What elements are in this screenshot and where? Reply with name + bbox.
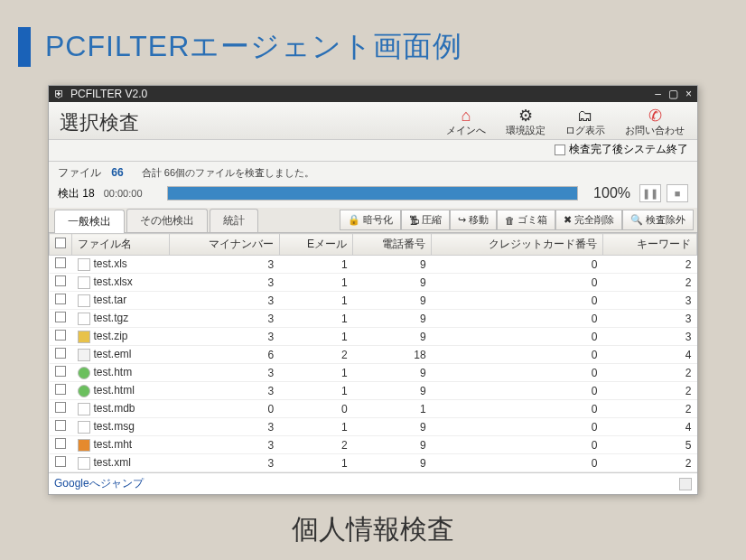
exclude-icon: 🔍	[630, 214, 643, 226]
file-icon	[78, 349, 90, 361]
cell: 1	[279, 274, 352, 292]
row-checkbox[interactable]	[55, 384, 66, 395]
detect-count-label: 検出	[58, 187, 79, 200]
cell: 1	[279, 256, 352, 274]
table-row[interactable]: test.html31902	[50, 382, 697, 400]
file-name: test.xml	[94, 456, 131, 469]
delete-action-button[interactable]: ✖完全削除	[555, 210, 622, 230]
cell: 0	[432, 310, 603, 328]
cell: 0	[279, 400, 352, 418]
file-name: test.eml	[94, 348, 132, 360]
table-row[interactable]: test.htm31902	[50, 364, 697, 382]
col-filename[interactable]: ファイル名	[72, 234, 170, 256]
cell: 2	[279, 346, 352, 364]
env-icon: ⚙	[518, 107, 533, 124]
table-row[interactable]: test.xml31902	[50, 454, 697, 472]
shutdown-after-scan-checkbox[interactable]	[555, 145, 565, 155]
table-row[interactable]: test.msg31904	[50, 418, 697, 436]
cell: 3	[170, 328, 279, 346]
delete-label: 完全削除	[574, 213, 614, 227]
move-action-button[interactable]: ↪移動	[450, 210, 497, 230]
file-name: test.mdb	[94, 402, 135, 415]
progress-bar	[167, 186, 578, 201]
cell: 0	[432, 454, 603, 472]
cell: 0	[432, 436, 603, 454]
tab-general[interactable]: 一般検出	[54, 210, 125, 233]
move-label: 移動	[469, 213, 489, 227]
cell: 0	[432, 292, 603, 310]
row-checkbox[interactable]	[55, 275, 66, 286]
pause-button[interactable]: ❚❚	[639, 184, 661, 202]
env-toolbar-button[interactable]: ⚙環境設定	[502, 106, 549, 139]
file-icon	[78, 367, 90, 379]
row-checkbox[interactable]	[55, 438, 66, 449]
encrypt-label: 暗号化	[363, 213, 393, 227]
log-label: ログ表示	[565, 124, 605, 137]
cell: 2	[602, 400, 696, 418]
main-toolbar-button[interactable]: ⌂メインへ	[443, 106, 490, 139]
file-icon	[78, 276, 90, 289]
shutdown-after-scan-label: 検査完了後システム終了	[569, 142, 688, 157]
cell: 1	[279, 328, 352, 346]
trash-action-button[interactable]: 🗑ゴミ箱	[497, 210, 555, 230]
row-checkbox[interactable]	[55, 420, 66, 431]
cell: 2	[279, 436, 352, 454]
progress-bar-fill	[168, 187, 577, 200]
main-label: メインへ	[446, 124, 486, 137]
select-all-checkbox[interactable]	[55, 238, 66, 248]
row-checkbox[interactable]	[55, 294, 66, 304]
file-icon	[78, 457, 90, 470]
tab-stat[interactable]: 統計	[210, 209, 258, 232]
table-row[interactable]: test.xls31902	[50, 256, 697, 274]
col-phone[interactable]: 電話番号	[353, 234, 432, 256]
col-email[interactable]: Eメール	[279, 234, 352, 256]
tab-other[interactable]: その他検出	[126, 209, 208, 232]
maximize-button[interactable]: ▢	[668, 88, 678, 100]
file-icon	[78, 403, 90, 415]
minimize-button[interactable]: –	[655, 88, 661, 100]
env-label: 環境設定	[506, 124, 546, 137]
table-row[interactable]: test.tgz31903	[50, 310, 697, 328]
log-toolbar-button[interactable]: 🗂ログ表示	[562, 106, 609, 139]
elapsed-time: 00:00:00	[104, 188, 158, 199]
table-row[interactable]: test.mht32905	[50, 436, 697, 454]
cell: 3	[602, 310, 696, 328]
exclude-action-button[interactable]: 🔍検査除外	[622, 210, 694, 230]
google-jump-link[interactable]: Googleへジャンプ	[54, 476, 144, 491]
row-checkbox[interactable]	[55, 366, 66, 377]
inq-label: お問い合わせ	[625, 124, 685, 137]
cell: 0	[432, 274, 603, 292]
row-checkbox[interactable]	[55, 348, 66, 359]
cell: 0	[432, 400, 603, 418]
file-name: test.xls	[94, 257, 127, 270]
row-checkbox[interactable]	[55, 402, 66, 413]
stop-button[interactable]: ■	[667, 184, 688, 202]
cell: 0	[432, 346, 603, 364]
cell: 0	[432, 328, 603, 346]
row-checkbox[interactable]	[55, 257, 66, 268]
table-row[interactable]: test.zip31903	[50, 328, 697, 346]
cell: 9	[353, 418, 432, 436]
cell: 0	[432, 382, 603, 400]
row-checkbox[interactable]	[55, 312, 66, 322]
close-button[interactable]: ×	[685, 88, 692, 100]
compress-label: 圧縮	[422, 213, 442, 227]
table-row[interactable]: test.mdb00102	[50, 400, 697, 418]
window-titlebar[interactable]: ⛨ PCFILTER V2.0 – ▢ ×	[49, 86, 697, 102]
row-checkbox[interactable]	[55, 456, 66, 467]
file-name: test.tar	[94, 294, 127, 306]
window-title: PCFILTER V2.0	[70, 88, 147, 100]
col-keyword[interactable]: キーワード	[602, 234, 696, 256]
cell: 1	[279, 292, 352, 310]
cell: 9	[353, 274, 432, 292]
table-row[interactable]: test.tar31903	[50, 292, 697, 310]
inq-toolbar-button[interactable]: ✆お問い合わせ	[621, 106, 688, 139]
col-mynumber[interactable]: マイナンバー	[170, 234, 279, 256]
table-row[interactable]: test.eml621804	[50, 346, 697, 364]
encrypt-action-button[interactable]: 🔒暗号化	[340, 210, 401, 230]
compress-action-button[interactable]: 🗜圧縮	[401, 210, 450, 230]
file-name: test.msg	[94, 420, 135, 433]
col-creditcard[interactable]: クレジットカード番号	[432, 234, 603, 256]
row-checkbox[interactable]	[55, 330, 66, 341]
table-row[interactable]: test.xlsx31902	[50, 274, 697, 292]
